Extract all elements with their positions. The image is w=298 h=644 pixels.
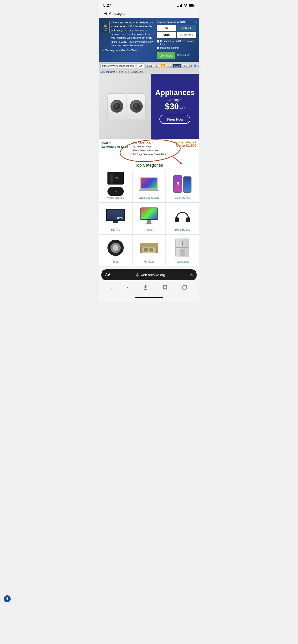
back-label: Messages	[108, 12, 125, 16]
info-icon[interactable]: ℹ	[198, 64, 199, 68]
remind-link[interactable]: Remind Me	[177, 54, 190, 56]
year-2021[interactable]: 2021	[145, 64, 153, 68]
share-button[interactable]	[141, 284, 150, 292]
captures-link[interactable]: 516 captures	[101, 70, 115, 73]
instant-amount: Up to $2,500	[173, 144, 197, 148]
dryer-door	[130, 100, 143, 113]
cell-phones-label: Cell Phones	[175, 196, 190, 199]
washer-dryer-image	[105, 91, 148, 121]
hdtv-image: UHDTV	[105, 206, 126, 226]
controller-icon: ●●	[107, 187, 124, 196]
wifi-icon	[184, 4, 187, 8]
fridge-icon	[175, 238, 189, 257]
dec-label: DEC	[166, 64, 172, 68]
hero-text-panel: Appliances Starting at $30 /wk* Shop Now	[151, 74, 199, 139]
amount-25-button[interactable]: $25.51	[177, 25, 196, 31]
year-2022[interactable]: 2022	[173, 64, 181, 68]
close-banner-button[interactable]: ✕	[194, 20, 197, 24]
wayback-dates: 2021 SEP 30 DEC 2022 2023	[145, 64, 190, 68]
wayback-left: 🏛 THANK YOU Thank you so much for helpin…	[102, 21, 154, 59]
category-beats[interactable]: Beats by Dre	[166, 202, 199, 234]
donate-title: Choose an amount (USD)	[157, 21, 196, 24]
category-cell-phones[interactable]: 9 Cell Phones	[166, 170, 199, 202]
phone-pair-icon: 9	[173, 175, 191, 193]
wayback-url-input[interactable]	[101, 64, 136, 68]
category-video-games[interactable]: PS ●● Video Games	[99, 170, 132, 202]
continue-button[interactable]: Continue	[157, 52, 175, 59]
category-furniture[interactable]: Furniture	[133, 234, 165, 266]
browser-back-button[interactable]: ‹	[109, 284, 115, 292]
home-indicator	[99, 296, 199, 300]
features-bar: Own In 12 Months or Less ✓ Bad Credit? O…	[99, 139, 199, 159]
back-chevron-icon: ◄	[103, 11, 107, 16]
own-in-text: Own In 12 Months or Less	[101, 141, 128, 149]
feature-90-days: ✓ 90 Days Same as Cash Price⁹	[130, 153, 171, 156]
monthly-checkbox[interactable]	[157, 47, 159, 50]
hero-appliance-bg	[99, 74, 154, 139]
browser-forward-button[interactable]: ›	[125, 284, 131, 292]
browser-nav: ‹ ›	[99, 282, 199, 296]
monthly-row: Make this monthly	[157, 46, 196, 50]
top-categories-section: Top Categories PS ●● Video Games	[99, 159, 199, 266]
tabs-button[interactable]	[180, 284, 189, 292]
headphone-ear-right	[186, 218, 190, 222]
cover-fees-checkbox[interactable]	[157, 40, 159, 43]
browser-url-bar: AA 🔒 web.archive.org ×	[101, 270, 197, 280]
svg-rect-2	[189, 4, 194, 6]
tv-screen: UHDTV	[107, 210, 124, 220]
amount-custom-field[interactable]: Custom: $	[177, 32, 196, 38]
features-list: ✓ Bad Credit? OK ⁵ ✓ No Hidden Fees ✓ Ea…	[130, 141, 171, 157]
year-2023[interactable]: 2023	[181, 64, 189, 68]
category-tires[interactable]: Tires	[99, 234, 132, 266]
sofa-icon	[140, 243, 158, 253]
hero-price: $30	[165, 102, 179, 112]
feature-no-hidden: ✓ No Hidden Fees	[130, 145, 171, 148]
svg-rect-3	[194, 5, 195, 6]
washer-door	[111, 100, 123, 113]
video-games-image: PS ●●	[105, 174, 126, 194]
wayback-logo-building-icon: 🏛	[104, 24, 108, 28]
own-in-label: Own In	[101, 141, 111, 144]
feature-label-4: 90 Days Same as Cash Price⁹	[133, 153, 167, 156]
person-icon[interactable]: 👤	[194, 64, 197, 68]
amount-100-button[interactable]: $100	[157, 32, 176, 38]
url-text[interactable]: web.archive.org	[141, 273, 165, 277]
dryer-door-inner	[133, 103, 140, 110]
browser-bottom-area: AA 🔒 web.archive.org × ‹ ›	[99, 266, 199, 302]
bookmarks-button[interactable]	[160, 284, 170, 292]
wayback-url-bar: Go 2021 SEP 30 DEC 2022 2023 ▶ 👤 ℹ ✕ f t	[99, 62, 199, 70]
cover-fees-row: I'll generously add $0.86 to cover fees.	[157, 40, 196, 46]
fridge-top	[176, 239, 189, 248]
oct-30-label[interactable]: 30	[161, 64, 165, 68]
hero-subtitle: Starting at	[168, 98, 182, 102]
section-title: Top Categories	[99, 159, 199, 170]
apple-image	[139, 206, 159, 226]
bookmarks-icon	[162, 285, 168, 290]
check-icon-4: ✓	[130, 153, 132, 156]
headphone-ear-left	[175, 218, 179, 222]
dryer-image	[127, 94, 146, 119]
play-icon[interactable]: ▶	[191, 64, 193, 68]
svg-point-0	[185, 6, 186, 7]
furniture-label: Furniture	[143, 260, 155, 263]
category-laptop-tablets[interactable]: Laptop & Tablets	[133, 170, 165, 202]
headphone-ears-icon	[175, 218, 190, 222]
shop-now-button[interactable]: Shop Now	[159, 115, 190, 124]
category-appliances[interactable]: Appliances	[166, 234, 199, 266]
category-hdtvs[interactable]: UHDTV HDTVs	[99, 202, 132, 234]
beats-label: Beats by Dre	[174, 228, 190, 231]
back-button[interactable]: ◄ Messages	[103, 11, 125, 16]
signal-icon	[177, 4, 182, 7]
ps4-icon: PS	[107, 172, 124, 184]
wayback-nav-icons: 👤 ℹ ✕	[194, 64, 199, 68]
appliances-label: Appliances	[176, 260, 189, 263]
category-apple[interactable]: Apple	[133, 202, 165, 234]
nav-bar: ◄ Messages	[99, 10, 199, 18]
monthly-label: Make this monthly	[160, 46, 179, 50]
text-size-button[interactable]: AA	[105, 273, 111, 277]
phone-purple-icon: 9	[173, 175, 182, 193]
close-tab-button[interactable]: ×	[190, 272, 193, 278]
go-button[interactable]: Go	[137, 64, 144, 68]
amount-5-button[interactable]: $5	[157, 25, 176, 31]
beats-image	[172, 206, 193, 226]
